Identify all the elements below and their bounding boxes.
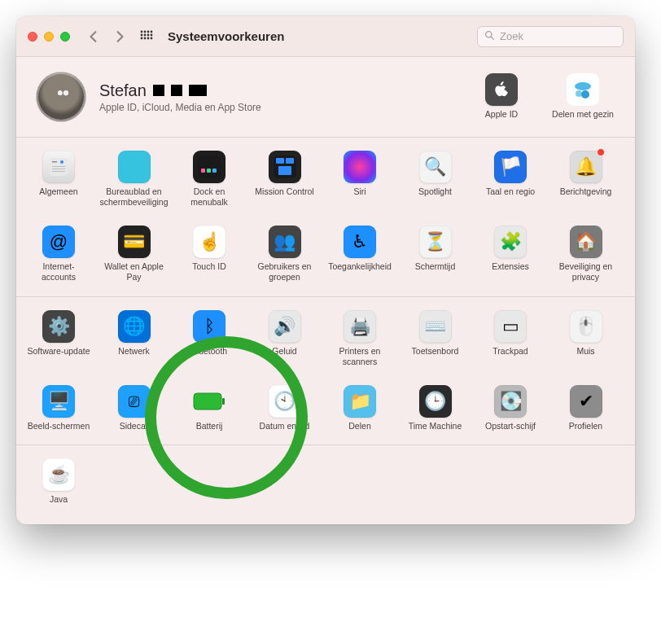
pref-item-label: Sidecar [120, 421, 149, 432]
pref-item-language-region[interactable]: 🏳️Taal en regio [478, 151, 543, 208]
pref-item-sidecar[interactable]: ⎚Sidecar [102, 385, 167, 432]
pref-item-general[interactable]: Algemeen [26, 151, 91, 208]
redacted-block [189, 85, 207, 96]
pref-item-label: Profielen [569, 421, 602, 432]
pref-item-mouse[interactable]: 🖱️Muis [554, 310, 619, 367]
pref-item-bluetooth[interactable]: ᛒBluetooth [177, 310, 242, 367]
wallet-icon: 💳 [118, 226, 151, 258]
pref-item-label: Wallet en Apple Pay [102, 261, 167, 283]
svg-rect-20 [52, 166, 65, 167]
close-button[interactable] [28, 32, 37, 42]
displays-icon: 🖥️ [42, 385, 75, 418]
pref-item-siri[interactable]: Siri [327, 151, 392, 208]
pref-item-wallet[interactable]: 💳Wallet en Apple Pay [102, 226, 167, 283]
back-button[interactable] [85, 28, 103, 46]
search-field[interactable] [477, 26, 624, 47]
pref-item-label: Toegankelijkheid [328, 261, 392, 272]
pref-item-label: Beveiliging en privacy [554, 261, 619, 283]
desktop-icon [118, 151, 151, 183]
pref-item-internet-accounts[interactable]: @Internet-accounts [26, 226, 91, 283]
pref-item-displays[interactable]: 🖥️Beeld-schermen [26, 385, 91, 432]
printers-scanners-icon: 🖨️ [344, 310, 376, 343]
svg-point-7 [151, 33, 153, 36]
pref-item-keyboard[interactable]: ⌨️Toetsenbord [403, 310, 468, 367]
pref-item-label: Internet-accounts [26, 261, 91, 283]
titlebar: Systeemvoorkeuren [16, 16, 635, 57]
pref-item-label: Software-update [27, 346, 90, 357]
apple-id-banner: Stefan Apple ID, iCloud, Media en App St… [16, 57, 635, 138]
pref-item-label: Algemeen [39, 186, 77, 197]
pref-item-label: Muis [576, 346, 594, 357]
pref-item-mission-control[interactable]: Mission Control [252, 151, 317, 208]
pref-item-printers-scanners[interactable]: 🖨️Printers en scanners [327, 310, 392, 367]
pref-item-label: Apple ID [485, 109, 518, 120]
svg-rect-25 [207, 169, 211, 173]
pref-item-startup-disk[interactable]: 💽Opstart-schijf [478, 385, 543, 432]
pref-item-desktop[interactable]: Bureaublad en schermbeveiliging [102, 151, 167, 208]
profile-shortcut-group: Apple IDDelen met gezin [469, 73, 615, 120]
general-icon [42, 151, 75, 183]
trackpad-icon: ▭ [494, 310, 527, 343]
pref-item-time-machine[interactable]: 🕒Time Machine [403, 385, 468, 432]
pref-item-java[interactable]: ☕Java [26, 458, 91, 505]
date-time-icon: 🕙 [269, 385, 301, 418]
svg-point-11 [151, 37, 153, 39]
pref-section-2: ☕Java [16, 445, 635, 524]
svg-rect-30 [278, 166, 291, 175]
pref-item-label: Geluid [272, 346, 296, 357]
internet-accounts-icon: @ [42, 226, 75, 258]
pref-item-screen-time[interactable]: ⏳Schermtijd [403, 226, 468, 283]
pref-item-dock[interactable]: Dock en menubalk [177, 151, 242, 208]
touch-id-icon: ☝️ [193, 226, 225, 258]
sound-icon: 🔊 [269, 310, 301, 343]
svg-point-3 [151, 30, 153, 33]
zoom-button[interactable] [60, 32, 70, 42]
pref-item-label: Touch ID [192, 261, 225, 272]
svg-rect-23 [198, 156, 221, 178]
pref-item-touch-id[interactable]: ☝️Touch ID [177, 226, 242, 283]
mission-control-icon [269, 151, 301, 183]
pref-item-software-update[interactable]: ⚙️Software-update [26, 310, 91, 367]
profiles-icon: ✔︎ [570, 385, 602, 418]
svg-point-1 [144, 30, 147, 33]
show-all-button[interactable] [137, 27, 156, 46]
pref-item-label: Beeld-schermen [28, 421, 90, 432]
pref-item-profiles[interactable]: ✔︎Profielen [554, 385, 619, 432]
java-icon: ☕ [42, 458, 75, 491]
search-input[interactable] [500, 30, 635, 42]
pref-item-sharing[interactable]: 📁Delen [327, 385, 392, 432]
user-avatar[interactable] [36, 72, 86, 122]
pref-section-0: AlgemeenBureaublad en schermbeveiligingD… [16, 138, 635, 297]
pref-grid: ☕Java [26, 458, 625, 505]
svg-rect-22 [52, 171, 65, 172]
svg-rect-32 [222, 398, 225, 405]
pref-item-family-sharing[interactable]: Delen met gezin [550, 73, 615, 120]
pref-item-label: Dock en menubalk [177, 186, 242, 208]
svg-point-6 [147, 33, 150, 36]
pref-item-sound[interactable]: 🔊Geluid [252, 310, 317, 367]
minimize-button[interactable] [44, 32, 54, 42]
svg-point-5 [144, 33, 147, 36]
redacted-block [171, 85, 182, 96]
pref-item-label: Siri [353, 186, 366, 197]
sharing-icon: 📁 [344, 385, 376, 418]
pref-item-trackpad[interactable]: ▭Trackpad [478, 310, 543, 367]
pref-item-label: Extensies [492, 261, 529, 272]
pref-item-apple-id[interactable]: Apple ID [469, 73, 534, 120]
pref-item-label: Batterij [196, 421, 223, 432]
pref-item-date-time[interactable]: 🕙Datum en tijd [252, 385, 317, 432]
pref-item-battery[interactable]: Batterij [177, 385, 242, 432]
pref-item-label: Trackpad [492, 346, 527, 357]
pref-item-label: Netwerk [118, 346, 150, 357]
pref-item-users-groups[interactable]: 👥Gebruikers en groepen [252, 226, 317, 283]
pref-item-extensions[interactable]: 🧩Extensies [478, 226, 543, 283]
forward-button[interactable] [111, 28, 129, 46]
user-name: Stefan [99, 81, 147, 100]
pref-item-spotlight[interactable]: 🔍Spotlight [403, 151, 468, 208]
pref-item-security-privacy[interactable]: 🏠Beveiliging en privacy [554, 226, 619, 283]
redacted-block [153, 85, 164, 96]
pref-item-notifications[interactable]: 🔔Berichtgeving [554, 151, 619, 208]
svg-rect-29 [286, 158, 294, 164]
pref-item-network[interactable]: 🌐Netwerk [102, 310, 167, 367]
pref-item-accessibility[interactable]: ♿︎Toegankelijkheid [327, 226, 392, 283]
